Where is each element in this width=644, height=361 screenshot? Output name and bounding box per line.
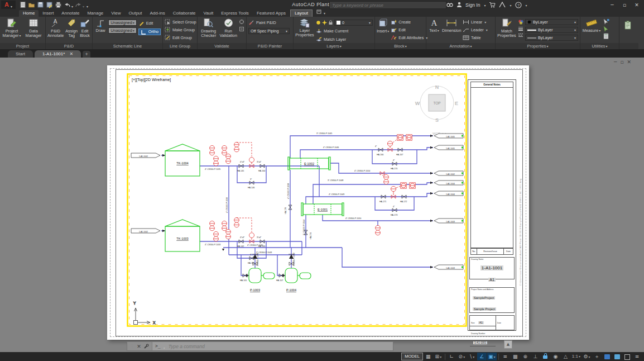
doc-close-icon[interactable]: ✕: [627, 59, 632, 65]
ortho-toggle[interactable]: ∟: [447, 353, 456, 360]
annotation-scale-select[interactable]: 1:1: [571, 353, 581, 360]
tab-layout[interactable]: Layout: [291, 10, 312, 17]
new-drawing-tab-button[interactable]: +: [83, 51, 90, 58]
pump1-tag[interactable]: P-1003: [250, 288, 260, 292]
chevron-down-icon[interactable]: [483, 2, 486, 8]
search-input[interactable]: [330, 3, 446, 8]
quick-calculator-icon[interactable]: [603, 33, 609, 39]
new-file-icon[interactable]: [19, 1, 26, 8]
tank-tk1003[interactable]: TK-1003: [165, 220, 200, 251]
help-search-box[interactable]: [329, 1, 446, 9]
sheet-size-value[interactable]: A1: [488, 278, 496, 282]
ribbon-display-toggle[interactable]: [316, 7, 325, 17]
scroll-up-button[interactable]: ▲: [504, 340, 512, 349]
viewport-controls-label[interactable]: [+][Top][2D Wireframe]: [132, 78, 171, 82]
tab-collaborate[interactable]: Collaborate: [169, 10, 200, 17]
schematic-edit-button[interactable]: Edit: [138, 20, 161, 27]
linear-dimension-button[interactable]: Linear: [463, 18, 488, 26]
assign-tag-button[interactable]: Assign Tag: [65, 18, 78, 43]
panel-title-properties[interactable]: Properties: [496, 43, 580, 49]
line-select[interactable]: Unassigned: [108, 27, 137, 34]
pump2-tag[interactable]: P-1004: [286, 288, 296, 292]
pid-viewport[interactable]: [+][Top][2D Wireframe] N W E S TOP WCS: [127, 73, 467, 327]
close-button[interactable]: ✕: [631, 2, 643, 8]
transparency-toggle[interactable]: ▩: [511, 353, 520, 360]
search-binoculars-icon[interactable]: [446, 2, 453, 8]
command-close-icon[interactable]: ✕: [137, 344, 141, 349]
layer-on-icon[interactable]: [316, 20, 321, 25]
ortho-button[interactable]: Ortho: [138, 28, 161, 35]
autoscale-toggle[interactable]: △: [561, 353, 570, 360]
viewcube-east[interactable]: E: [455, 101, 458, 106]
lineweight-toggle[interactable]: ≡: [501, 353, 510, 360]
doc-minimize-icon[interactable]: ─: [614, 59, 617, 65]
dynamic-ucs-toggle[interactable]: ⊥: [531, 353, 540, 360]
linetype-select[interactable]: ByLayer: [525, 35, 578, 41]
file-tab-document[interactable]: 1-A1-1001*✕: [35, 50, 81, 58]
object-snap-toggle[interactable]: ▣: [487, 353, 497, 360]
graphics-performance-tray[interactable]: [612, 353, 622, 360]
customize-qat-icon[interactable]: [86, 0, 88, 10]
customization-menu[interactable]: ≡: [632, 353, 642, 360]
redo-button[interactable]: [75, 0, 84, 10]
quick-properties-tray[interactable]: [602, 353, 612, 360]
viewport-highlight[interactable]: [128, 74, 467, 326]
exchanger2-tag[interactable]: E-1001: [318, 208, 328, 211]
layer-lock-icon[interactable]: [328, 20, 333, 25]
save-as-icon[interactable]: [46, 1, 53, 8]
exchanger-e1002[interactable]: E-1002: [288, 157, 330, 170]
object-snap-tracking-toggle[interactable]: ∠: [477, 353, 487, 360]
tab-express-tools[interactable]: Express Tools: [217, 10, 253, 17]
command-input[interactable]: [167, 343, 390, 350]
make-current-button[interactable]: Make Current: [316, 27, 373, 35]
line-group-select[interactable]: Unassigned: [108, 20, 137, 26]
measure-button[interactable]: Measure: [582, 18, 601, 43]
match-properties-button[interactable]: Match Properties: [497, 18, 516, 43]
layout-paper[interactable]: [+][Top][2D Wireframe] N W E S TOP WCS: [107, 65, 529, 340]
exchanger-e1001[interactable]: E-1001: [301, 203, 344, 216]
dimension-button[interactable]: Dimension: [442, 18, 461, 43]
panel-title-pid-painter[interactable]: P&ID Painter: [247, 43, 293, 49]
isodraft-toggle[interactable]: ∖: [467, 353, 477, 360]
pid-annotate-button[interactable]: A P&ID Annotate: [47, 18, 64, 43]
panel-title-line-group[interactable]: Line Group: [163, 43, 197, 49]
instrument-bubbles[interactable]: [210, 135, 416, 241]
panel-title-block[interactable]: Block: [375, 43, 426, 49]
tab-annotate[interactable]: Annotate: [57, 10, 83, 17]
size-value[interactable]: A1: [478, 321, 484, 324]
paste-icon[interactable]: [623, 20, 635, 31]
help-icon[interactable]: ?: [515, 2, 522, 8]
data-manager-button[interactable]: Data Manager: [23, 18, 44, 43]
doc-restore-icon[interactable]: ▫: [620, 59, 623, 65]
panel-title-layers[interactable]: Layers: [294, 43, 374, 49]
command-wrench-icon[interactable]: [143, 344, 149, 349]
pipe-lines[interactable]: [161, 136, 433, 276]
chevron-down-icon[interactable]: [163, 341, 165, 352]
tab-home[interactable]: Home: [19, 10, 39, 17]
print-icon[interactable]: [55, 1, 62, 8]
snap-toggle[interactable]: ⊞: [434, 353, 443, 360]
lock-ui-toggle[interactable]: [541, 353, 550, 360]
project-name2-value[interactable]: Sample Project: [473, 307, 496, 311]
open-file-icon[interactable]: [28, 1, 35, 8]
edit-attributes-button[interactable]: Edit Attributes: [391, 34, 427, 41]
viewcube-north[interactable]: N: [435, 84, 439, 90]
tank2-tag[interactable]: TK-1003: [176, 237, 188, 240]
panel-title-validate[interactable]: Validate: [198, 43, 246, 49]
tab-manage[interactable]: Manage: [83, 10, 107, 17]
drawing-number-value[interactable]: 1-A1-1001: [473, 341, 487, 344]
edit-block-small-button[interactable]: Edit: [391, 26, 427, 34]
validation-settings-icon[interactable]: [239, 19, 244, 25]
draw-button[interactable]: Draw: [94, 18, 107, 43]
minimize-button[interactable]: ─: [606, 2, 618, 8]
painter-scheme-select[interactable]: Off Spec Piping: [248, 28, 290, 34]
exchanger1-tag[interactable]: E-1002: [304, 162, 314, 165]
insert-block-button[interactable]: Insert: [377, 18, 389, 43]
control-valves[interactable]: [249, 146, 396, 243]
paint-pid-button[interactable]: Paint P&ID: [248, 19, 291, 26]
edit-group-button[interactable]: Edit Group: [165, 34, 196, 41]
leader-button[interactable]: Leader: [463, 26, 488, 34]
grid-toggle[interactable]: ▦: [424, 353, 433, 360]
select-similar-icon[interactable]: [603, 26, 609, 32]
app-store-cart-icon[interactable]: [489, 2, 496, 8]
